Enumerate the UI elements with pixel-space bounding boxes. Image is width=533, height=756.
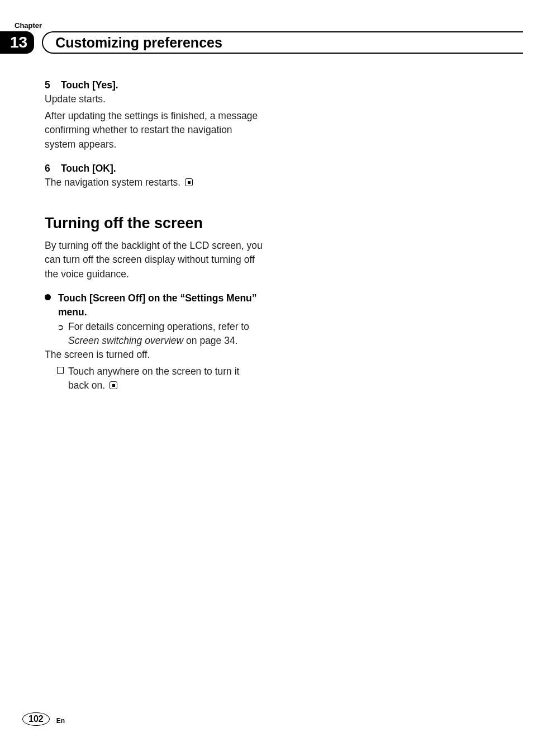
reference-text-a: For details concerning operations, refer… <box>68 321 249 332</box>
main-content: 5 Touch [Yes]. Update starts. After upda… <box>45 78 263 393</box>
language-label: En <box>56 714 65 725</box>
step-6-text: The navigation system restarts. <box>45 176 263 190</box>
arrow-right-icon: ➲ <box>57 321 64 333</box>
step-5-block: 5 Touch [Yes]. Update starts. After upda… <box>45 78 263 152</box>
end-section-icon2 <box>110 381 117 389</box>
step-6-text-content: The navigation system restarts. <box>45 177 180 188</box>
turning-off-heading: Turning off the screen <box>45 212 263 234</box>
chapter-number-tab: 13 <box>0 31 34 54</box>
reference-item: ➲ For details concerning operations, ref… <box>45 320 263 348</box>
bullet-dot-icon <box>45 294 51 300</box>
step-6-heading: 6 Touch [OK]. <box>45 162 263 176</box>
bullet-step-text: Touch [Screen Off] on the “Settings Menu… <box>58 292 257 318</box>
reference-text-b: on page 34. <box>183 335 237 346</box>
chapter-label: Chapter <box>15 21 42 30</box>
checkbox-icon <box>57 367 64 374</box>
result-text: The screen is turned off. <box>45 348 263 362</box>
step-6-block: 6 Touch [OK]. The navigation system rest… <box>45 162 263 190</box>
step-5-title: Touch [Yes]. <box>61 79 118 91</box>
reference-text-italic: Screen switching overview <box>68 335 183 346</box>
step-5-heading: 5 Touch [Yes]. <box>45 78 263 92</box>
page-header: 13 Customizing preferences <box>0 31 533 54</box>
step-6-title: Touch [OK]. <box>61 163 116 174</box>
step-6-number: 6 <box>45 162 58 176</box>
step-5-number: 5 <box>45 78 58 92</box>
end-section-icon <box>185 178 193 186</box>
section-title-capsule: Customizing preferences <box>42 31 533 54</box>
note-text: Touch anywhere on the screen to turn it … <box>68 366 239 391</box>
note-item: Touch anywhere on the screen to turn it … <box>45 365 263 393</box>
bullet-step-heading: Touch [Screen Off] on the “Settings Menu… <box>45 291 263 320</box>
page-footer: 102 En <box>22 712 65 726</box>
section-title: Customizing preferences <box>55 35 222 51</box>
page-number: 102 <box>22 712 50 726</box>
step-5-text-1: Update starts. <box>45 92 263 106</box>
step-5-text-2: After updating the settings is finished,… <box>45 109 263 152</box>
turning-off-intro: By turning off the backlight of the LCD … <box>45 239 263 281</box>
